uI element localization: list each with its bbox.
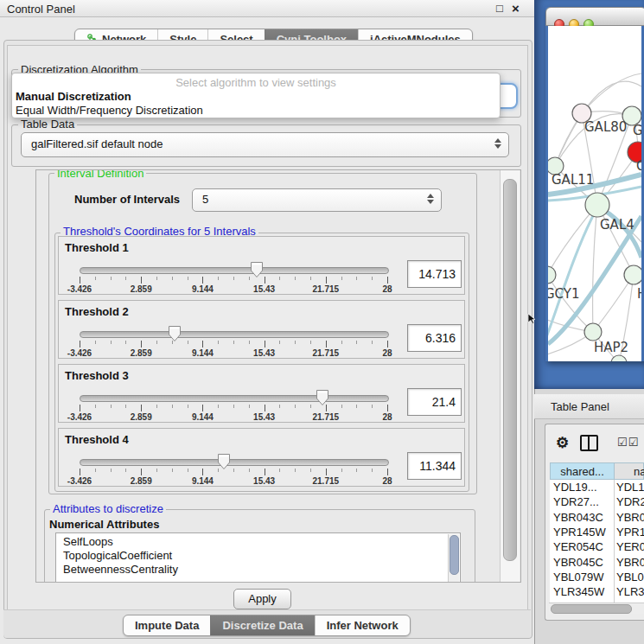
attribute-list-item[interactable]: TopologicalCoefficient [56,549,460,563]
cell-name[interactable]: YBR0 [616,556,644,569]
tick-mark [265,405,265,411]
cell-shared-name[interactable]: YDL19... [553,481,597,494]
network-node-label: GAL11 [552,172,594,188]
column-header-shared-name[interactable]: shared... [550,462,615,480]
num-intervals-spinner-icon[interactable] [427,194,434,204]
cell-shared-name[interactable]: YBR043C [553,511,603,524]
threshold-slider-thumb[interactable] [250,261,264,278]
settings-scrollbar-thumb[interactable] [503,179,517,561]
cell-name[interactable]: YBL0 [616,571,644,583]
numerical-attributes-list[interactable]: SelfLoopsTopologicalCoefficientBetweenne… [55,532,461,583]
table-row[interactable]: YPR145WYPR1 [550,526,644,540]
numerical-attributes-label: Numerical Attributes [49,518,159,531]
threshold-value-field[interactable]: 11.344 [407,452,462,480]
popup-option-equal-width-frequency[interactable]: Equal Width/Frequency Discretization [12,104,500,117]
tab-impute-data[interactable]: Impute Data [124,615,210,635]
threshold-slider-track[interactable] [80,395,389,402]
tick-mark [265,469,265,475]
network-node-label: C [636,158,641,174]
attributes-legend: Attributes to discretize [50,503,166,514]
tick-mark [202,469,203,475]
table-panel-titlebar[interactable]: Table Panel [534,394,644,419]
float-window-icon[interactable]: □ [496,2,503,15]
network-edge [593,205,597,332]
table-row[interactable]: YLR345WYLR3 [550,585,644,600]
settings-scroll-area: Interval Definition Number of Intervals … [35,169,521,583]
close-window-icon[interactable]: × [512,2,520,15]
columns-icon[interactable] [580,435,598,451]
cell-shared-name[interactable]: YER054C [553,540,603,553]
table-body[interactable]: YDL19...YDL1YDR27...YDR2YBR043CYBR0YPR14… [550,480,644,603]
cell-name[interactable]: YLR3 [616,585,644,598]
tick-mark [387,277,388,284]
threshold-slider-thumb[interactable] [217,453,231,470]
tick-mark [111,405,112,408]
table-hscrollbar-thumb[interactable] [551,604,632,614]
network-node[interactable] [585,193,609,217]
network-window-titlebar[interactable] [545,7,644,26]
select-columns-checkboxes-icon[interactable]: ☑☑ [617,436,639,449]
threshold-slider-track[interactable] [80,459,389,466]
threshold-slider-thumb[interactable] [316,389,329,406]
network-canvas[interactable]: GAL80GACGAL11GAL4GCY1HHAP2 [548,26,641,361]
table-row[interactable]: YDR27...YDR2 [550,495,644,510]
tick-label: 21.715 [302,476,350,486]
threshold-slider-track[interactable] [80,331,389,338]
tick-mark [202,341,203,348]
table-row[interactable]: YDL19...YDL1 [550,481,644,495]
settings-scrollbar[interactable] [500,170,520,582]
tick-mark [356,405,357,408]
cell-name[interactable]: YDR2 [616,495,644,508]
tick-mark [111,469,112,472]
attribute-list-item[interactable]: SelfLoops [56,535,460,549]
tick-mark [95,405,96,408]
table-row[interactable]: YBL079WYBL0 [550,571,644,585]
popup-option-manual-discretization[interactable]: Manual Discretization [12,90,500,103]
apply-button[interactable]: Apply [233,589,291,609]
cell-shared-name[interactable]: YLR345W [553,585,604,598]
threshold-value-field[interactable]: 21.4 [407,388,462,416]
threshold-slider-track[interactable] [80,267,389,274]
tick-mark [233,341,234,344]
network-node[interactable] [611,355,627,361]
cell-name[interactable]: YDL1 [616,481,644,494]
attributes-scrollbar[interactable] [448,534,459,583]
tick-label: -3.426 [55,348,104,358]
table-row[interactable]: YER054CYER0 [550,540,644,555]
threshold-slider-thumb[interactable] [168,325,182,342]
cell-shared-name[interactable]: YDR27... [553,495,599,508]
tab-infer-network[interactable]: Infer Network [315,615,410,635]
tick-mark [295,469,296,472]
attributes-scrollbar-thumb[interactable] [450,535,459,575]
column-header-name[interactable]: na [615,462,644,480]
control-panel-titlebar[interactable]: Control Panel □ × [0,0,534,17]
threshold-row: Threshold 2-3.4262.8599.14415.4321.71528… [58,300,465,359]
cell-name[interactable]: YBR0 [616,511,644,524]
tab-discretize-data[interactable]: Discretize Data [210,615,314,635]
network-node[interactable] [624,265,641,284]
tick-mark [156,277,157,280]
tick-mark [372,405,373,408]
combo-spinner-icon[interactable] [494,138,501,149]
tick-mark [326,469,327,475]
cell-shared-name[interactable]: YPR145W [553,526,606,539]
table-hscrollbar[interactable] [549,603,644,614]
cell-shared-name[interactable]: YBR045C [553,556,603,569]
network-node[interactable] [548,266,556,284]
threshold-row: Threshold 3-3.4262.8599.14415.4321.71528… [58,364,465,423]
cell-name[interactable]: YER0 [616,540,644,553]
num-intervals-combo[interactable]: 5 [192,188,442,212]
tick-mark [125,405,126,408]
table-row[interactable]: YBR045CYBR0 [550,556,644,571]
table-data-combo[interactable]: galFiltered.sif default node [21,132,509,157]
threshold-value-field[interactable]: 6.316 [407,324,462,352]
gear-icon[interactable]: ⚙ [556,434,569,452]
cell-name[interactable]: YPR1 [616,526,644,539]
threshold-value-field[interactable]: 14.713 [407,260,462,288]
attribute-list-item[interactable]: BetweennessCentrality [56,563,460,577]
cell-shared-name[interactable]: YBL079W [553,571,604,583]
table-row[interactable]: YBR043CYBR0 [550,511,644,526]
tick-label: 2.859 [117,412,165,422]
tick-mark [372,277,373,280]
network-node[interactable] [584,323,602,341]
